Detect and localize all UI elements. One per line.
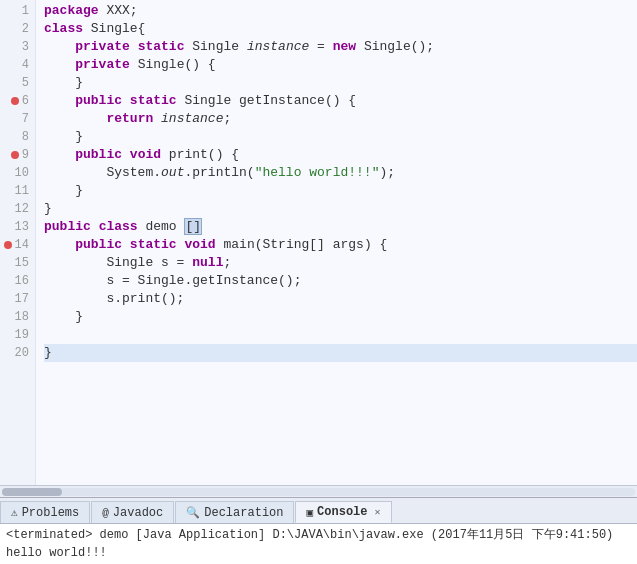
tab-problems[interactable]: ⚠Problems <box>0 501 90 523</box>
breakpoint-dot[interactable] <box>4 205 12 213</box>
breakpoint-dot[interactable] <box>11 25 19 33</box>
line-number-row: 3 <box>0 38 29 56</box>
line-number-row: 4 <box>0 56 29 74</box>
code-line: } <box>44 182 637 200</box>
console-terminated-line: <terminated> demo [Java Application] D:\… <box>6 526 631 544</box>
console-tab-close[interactable]: ✕ <box>375 506 381 518</box>
breakpoint-dot[interactable] <box>11 79 19 87</box>
line-numbers: 1234567891011121314151617181920 <box>0 0 36 485</box>
declaration-tab-icon: 🔍 <box>186 506 200 519</box>
breakpoint-dot[interactable] <box>4 331 12 339</box>
line-number-row: 13 <box>0 218 29 236</box>
line-num-text: 7 <box>22 110 29 128</box>
breakpoint-dot[interactable] <box>11 61 19 69</box>
code-line: } <box>44 128 637 146</box>
console-tab-icon: ▣ <box>306 506 313 519</box>
line-number-row: 1 <box>0 2 29 20</box>
code-line: } <box>44 308 637 326</box>
breakpoint-dot[interactable] <box>4 259 12 267</box>
javadoc-tab-label: Javadoc <box>113 506 163 520</box>
line-num-text: 18 <box>15 308 29 326</box>
code-line: } <box>44 344 637 362</box>
code-line: } <box>44 74 637 92</box>
breakpoint-dot[interactable] <box>11 43 19 51</box>
breakpoint-dot[interactable] <box>4 349 12 357</box>
line-num-text: 16 <box>15 272 29 290</box>
line-number-row: 9 <box>0 146 29 164</box>
breakpoint-dot[interactable] <box>11 133 19 141</box>
line-num-text: 12 <box>15 200 29 218</box>
line-number-row: 16 <box>0 272 29 290</box>
line-number-row: 6 <box>0 92 29 110</box>
console-output: <terminated> demo [Java Application] D:\… <box>0 524 637 564</box>
declaration-tab-label: Declaration <box>204 506 283 520</box>
breakpoint-dot[interactable] <box>4 169 12 177</box>
scrollbar-track[interactable] <box>2 488 635 496</box>
code-line: public static Single getInstance() { <box>44 92 637 110</box>
breakpoint-dot[interactable] <box>4 277 12 285</box>
code-line: public class demo [] <box>44 218 637 236</box>
code-line: private Single() { <box>44 56 637 74</box>
console-tab-label: Console <box>317 505 367 519</box>
breakpoint-dot[interactable] <box>11 7 19 15</box>
breakpoint-dot[interactable] <box>4 295 12 303</box>
tab-console[interactable]: ▣Console✕ <box>295 501 391 523</box>
line-num-text: 8 <box>22 128 29 146</box>
code-line: package XXX; <box>44 2 637 20</box>
line-number-row: 5 <box>0 74 29 92</box>
code-line: return instance; <box>44 110 637 128</box>
code-line: s.print(); <box>44 290 637 308</box>
breakpoint-dot[interactable] <box>4 241 12 249</box>
line-num-text: 3 <box>22 38 29 56</box>
breakpoint-dot[interactable] <box>4 223 12 231</box>
code-line: private static Single instance = new Sin… <box>44 38 637 56</box>
breakpoint-dot[interactable] <box>11 151 19 159</box>
code-line: class Single{ <box>44 20 637 38</box>
line-num-text: 20 <box>15 344 29 362</box>
line-num-text: 13 <box>15 218 29 236</box>
tab-declaration[interactable]: 🔍Declaration <box>175 501 294 523</box>
breakpoint-dot[interactable] <box>11 97 19 105</box>
line-num-text: 11 <box>15 182 29 200</box>
code-line: public void print() { <box>44 146 637 164</box>
code-line <box>44 326 637 344</box>
code-line: s = Single.getInstance(); <box>44 272 637 290</box>
line-num-text: 5 <box>22 74 29 92</box>
horizontal-scrollbar[interactable] <box>0 485 637 497</box>
line-number-row: 8 <box>0 128 29 146</box>
scrollbar-thumb[interactable] <box>2 488 62 496</box>
line-num-text: 1 <box>22 2 29 20</box>
line-number-row: 2 <box>0 20 29 38</box>
problems-tab-icon: ⚠ <box>11 506 18 519</box>
line-number-row: 14 <box>0 236 29 254</box>
line-num-text: 6 <box>22 92 29 110</box>
code-line: public static void main(String[] args) { <box>44 236 637 254</box>
line-num-text: 4 <box>22 56 29 74</box>
code-container: 1234567891011121314151617181920 package … <box>0 0 637 485</box>
breakpoint-dot[interactable] <box>11 115 19 123</box>
line-number-row: 12 <box>0 200 29 218</box>
code-line: } <box>44 200 637 218</box>
line-number-row: 20 <box>0 344 29 362</box>
line-number-row: 11 <box>0 182 29 200</box>
bottom-panel: ⚠Problems@Javadoc🔍Declaration▣Console✕ <… <box>0 497 637 564</box>
line-number-row: 15 <box>0 254 29 272</box>
line-num-text: 2 <box>22 20 29 38</box>
editor-area[interactable]: 1234567891011121314151617181920 package … <box>0 0 637 485</box>
javadoc-tab-icon: @ <box>102 507 109 519</box>
line-num-text: 10 <box>15 164 29 182</box>
line-number-row: 7 <box>0 110 29 128</box>
breakpoint-dot[interactable] <box>4 187 12 195</box>
line-num-text: 14 <box>15 236 29 254</box>
code-lines[interactable]: package XXX;class Single{ private static… <box>36 0 637 485</box>
tab-javadoc[interactable]: @Javadoc <box>91 501 174 523</box>
tabs-bar: ⚠Problems@Javadoc🔍Declaration▣Console✕ <box>0 498 637 524</box>
console-output-line: hello world!!! <box>6 544 631 562</box>
line-number-row: 17 <box>0 290 29 308</box>
code-line: System.out.println("hello world!!!"); <box>44 164 637 182</box>
breakpoint-dot[interactable] <box>4 313 12 321</box>
line-number-row: 10 <box>0 164 29 182</box>
line-num-text: 9 <box>22 146 29 164</box>
line-number-row: 19 <box>0 326 29 344</box>
line-num-text: 19 <box>15 326 29 344</box>
